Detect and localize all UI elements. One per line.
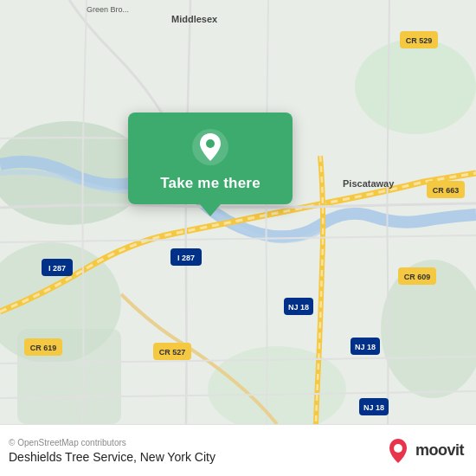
svg-point-31	[206, 139, 215, 148]
svg-point-3	[355, 39, 476, 134]
svg-text:NJ 18: NJ 18	[363, 403, 384, 412]
svg-text:I 287: I 287	[48, 264, 66, 273]
svg-text:Piscataway: Piscataway	[343, 178, 395, 189]
svg-text:CR 663: CR 663	[433, 186, 460, 195]
svg-text:Green Bro...: Green Bro...	[87, 5, 129, 14]
svg-text:NJ 18: NJ 18	[288, 303, 309, 312]
location-name: Deshields Tree Service, New York City	[9, 450, 215, 464]
copyright-text: © OpenStreetMap contributors	[9, 438, 215, 447]
bottom-bar: © OpenStreetMap contributors Deshields T…	[0, 424, 476, 476]
navigate-button[interactable]: Take me there	[128, 113, 293, 204]
svg-text:NJ 18: NJ 18	[355, 343, 376, 351]
map-background: Green Bro... Middlesex Piscataway I 287 …	[0, 0, 476, 424]
svg-text:CR 529: CR 529	[406, 36, 433, 45]
take-me-there-label: Take me there	[160, 175, 261, 192]
moovit-pin-icon	[384, 437, 412, 465]
location-pin-icon	[191, 128, 229, 166]
moovit-logo: moovit	[384, 437, 464, 465]
svg-text:CR 527: CR 527	[159, 348, 186, 357]
svg-text:I 287: I 287	[177, 254, 195, 262]
svg-point-32	[394, 444, 402, 453]
svg-text:Middlesex: Middlesex	[171, 14, 218, 24]
moovit-text: moovit	[415, 441, 464, 460]
svg-text:CR 619: CR 619	[30, 344, 57, 352]
svg-text:CR 609: CR 609	[404, 273, 431, 281]
bottom-info: © OpenStreetMap contributors Deshields T…	[9, 438, 215, 464]
map-container: Green Bro... Middlesex Piscataway I 287 …	[0, 0, 476, 424]
